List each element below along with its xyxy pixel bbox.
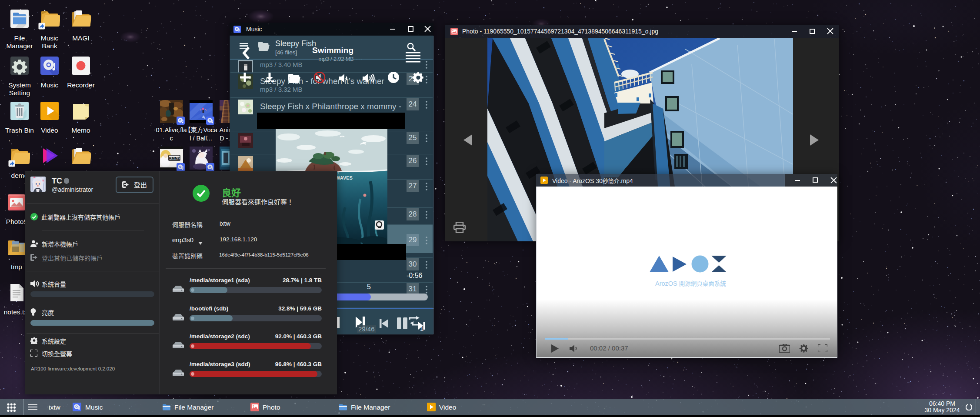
svg-text:KMNZ: KMNZ	[169, 156, 180, 160]
svg-text:WAVES: WAVES	[336, 175, 353, 180]
